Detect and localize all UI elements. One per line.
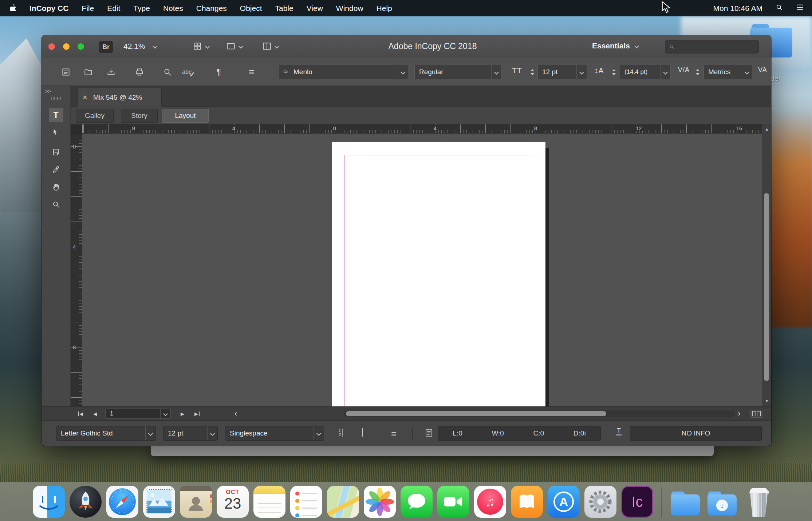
scroll-left-icon[interactable]: ‹ — [234, 407, 237, 421]
kerning-chevron[interactable] — [742, 65, 752, 79]
document-page[interactable] — [332, 142, 545, 406]
status-font-dropdown[interactable]: Letter Gothic Std — [56, 426, 156, 441]
menu-file[interactable]: File — [82, 4, 94, 13]
search-box[interactable] — [665, 40, 759, 53]
find-icon[interactable] — [162, 67, 173, 77]
menu-table[interactable]: Table — [275, 4, 293, 13]
font-family-chevron[interactable] — [398, 65, 408, 79]
window-titlebar[interactable]: Br 42.1% Adobe InCopy CC 2018 Essentials — [42, 35, 771, 58]
menu-edit[interactable]: Edit — [107, 4, 120, 13]
menu-notes[interactable]: Notes — [163, 4, 183, 13]
font-family-dropdown[interactable]: Menlo — [279, 65, 408, 79]
scroll-down-icon[interactable]: ▼ — [762, 398, 771, 403]
layout-canvas[interactable] — [82, 134, 762, 406]
next-page-button[interactable]: ▶ — [181, 407, 184, 421]
dock-photos-icon[interactable] — [364, 486, 396, 518]
status-size-chevron[interactable] — [207, 426, 217, 440]
font-style-dropdown[interactable]: Regular — [414, 65, 502, 79]
type-tool[interactable]: T — [49, 108, 63, 122]
menu-object[interactable]: Object — [240, 4, 262, 13]
text-frame-icon[interactable] — [60, 67, 71, 77]
close-window-button[interactable] — [48, 43, 55, 50]
zoom-window-button[interactable] — [78, 43, 84, 50]
dock-safari-icon[interactable] — [106, 486, 138, 518]
menu-type[interactable]: Type — [133, 4, 150, 13]
dock-ibooks-icon[interactable] — [511, 486, 543, 518]
background-window[interactable] — [151, 445, 714, 456]
tab-layout[interactable]: Layout — [162, 109, 209, 123]
text-depth-icon[interactable]: T — [616, 427, 622, 436]
workspace-switcher[interactable]: Essentials — [592, 41, 638, 50]
status-spacing-dropdown[interactable]: Singlespace — [225, 426, 324, 441]
hand-tool[interactable] — [49, 180, 63, 194]
leading-dropdown[interactable]: (14.4 pt) — [620, 65, 671, 79]
eyedropper-tool[interactable] — [49, 162, 63, 177]
zoom-tool[interactable] — [49, 197, 63, 212]
status-menu-icon[interactable]: ≡ — [391, 429, 397, 440]
horizontal-scroll-thumb[interactable] — [346, 411, 606, 416]
menu-help[interactable]: Help — [377, 4, 392, 13]
position-tool[interactable] — [49, 125, 63, 140]
dock-trash-icon[interactable] — [743, 486, 775, 518]
status-font-chevron[interactable] — [145, 426, 155, 440]
menu-window[interactable]: Window — [336, 4, 363, 13]
vertical-scroll-thumb[interactable] — [764, 193, 769, 381]
dock-maps-icon[interactable] — [327, 486, 359, 518]
screen-mode-dropdown[interactable] — [226, 41, 243, 51]
dock-itunes-icon[interactable]: ♫ — [474, 486, 506, 518]
tools-expander[interactable]: >> — [45, 88, 51, 94]
save-content-icon[interactable] — [106, 67, 117, 77]
spotlight-icon[interactable] — [776, 4, 783, 13]
menubar-app-name[interactable]: InCopy CC — [29, 4, 68, 13]
font-size-dropdown[interactable]: 12 pt — [537, 65, 587, 79]
tab-galley[interactable]: Galley — [76, 109, 114, 123]
font-style-chevron[interactable] — [491, 65, 501, 79]
tab-story[interactable]: Story — [121, 109, 158, 123]
dock-downloads-icon[interactable]: ↓ — [706, 486, 738, 518]
dock-messages-icon[interactable] — [401, 486, 433, 518]
ruler-origin-box[interactable] — [71, 124, 82, 134]
status-size-dropdown[interactable]: 12 pt — [163, 426, 218, 441]
notification-center-icon[interactable] — [796, 4, 804, 13]
apple-menu-icon[interactable] — [9, 3, 16, 13]
scroll-right-icon[interactable]: › — [738, 407, 740, 421]
spellcheck-icon[interactable]: abc✓ — [182, 67, 198, 77]
dock-system-preferences-icon[interactable] — [584, 486, 616, 518]
last-page-button[interactable]: ▶ — [194, 407, 200, 421]
show-hidden-characters-icon[interactable]: ¶ — [213, 67, 224, 77]
dock-folder-icon[interactable] — [669, 486, 701, 518]
leading-stepper[interactable] — [610, 65, 618, 79]
open-folder-icon[interactable] — [83, 67, 94, 77]
previous-page-button[interactable]: ◀ — [93, 407, 97, 421]
menubar-clock[interactable]: Mon 10:46 AM — [713, 4, 762, 13]
dock-contacts-icon[interactable] — [180, 486, 212, 518]
position-panel-icon[interactable] — [425, 429, 433, 439]
tools-grip-icon[interactable] — [51, 97, 61, 100]
panel-menu-icon[interactable]: ≡ — [246, 67, 257, 77]
dock-finder-icon[interactable] — [33, 486, 65, 518]
leading-chevron[interactable] — [660, 65, 670, 79]
scroll-up-icon[interactable]: ▲ — [762, 127, 771, 132]
dock-reminders-icon[interactable] — [290, 486, 322, 518]
minimize-window-button[interactable] — [63, 43, 70, 50]
view-options-dropdown[interactable] — [193, 41, 209, 51]
dock-facetime-icon[interactable] — [437, 486, 469, 518]
page-number-field[interactable]: 1 — [105, 409, 171, 419]
document-tab[interactable]: × Mix 545 @ 42% — [77, 88, 162, 107]
kerning-dropdown[interactable]: Metrics — [703, 65, 752, 79]
split-view-button[interactable] — [750, 410, 762, 418]
horizontal-scrollbar[interactable] — [344, 410, 735, 417]
arrange-documents-dropdown[interactable] — [262, 41, 279, 51]
font-size-stepper[interactable] — [529, 65, 536, 79]
dock-incopy-icon[interactable]: Ic — [621, 486, 653, 518]
zoom-level-dropdown[interactable]: 42.1% — [123, 42, 157, 51]
dock-calendar-icon[interactable]: OCT 23 — [217, 486, 249, 518]
note-tool[interactable] — [49, 145, 63, 159]
kerning-stepper[interactable] — [694, 65, 701, 79]
bridge-button[interactable]: Br — [99, 41, 113, 53]
line-numbers-icon[interactable]: 12 — [339, 429, 343, 437]
vertical-scrollbar[interactable]: ▲ ▼ — [762, 124, 771, 406]
print-icon[interactable] — [134, 67, 145, 77]
page-number-chevron[interactable] — [160, 409, 170, 418]
dock-launchpad-icon[interactable] — [70, 486, 102, 518]
